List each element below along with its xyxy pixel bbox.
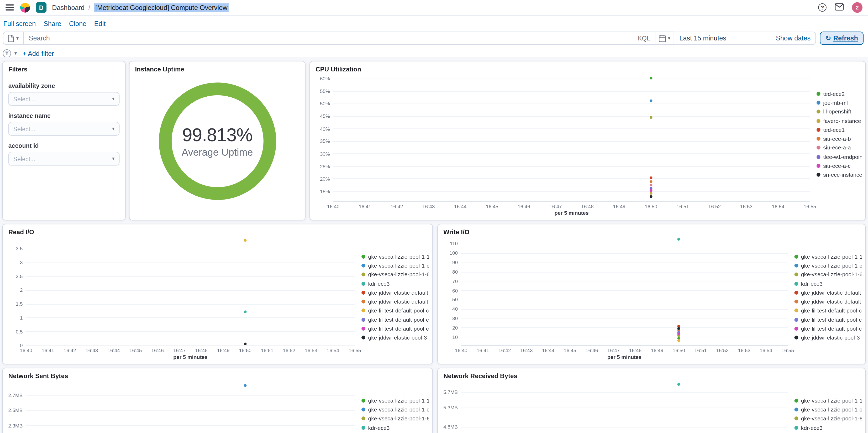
edit-button[interactable]: Edit bbox=[94, 20, 106, 28]
legend-item[interactable]: tlee-w1-endpoint bbox=[816, 152, 862, 161]
legend-item[interactable]: gke-vseca-lizzie-pool-1-1877… bbox=[362, 252, 429, 261]
legend-item[interactable]: gke-lil-test-default-pool-c1e… bbox=[362, 324, 429, 333]
legend-item[interactable]: gke-vseca-lizzie-pool-1-1877… bbox=[795, 252, 862, 261]
x-axis-tick: 16:53 bbox=[305, 348, 317, 353]
legend-item[interactable]: lil-openshift bbox=[816, 107, 862, 116]
y-axis-tick: 30% bbox=[320, 151, 330, 157]
legend-item[interactable]: gke-lil-test-default-pool-c1e… bbox=[795, 306, 862, 315]
full-screen-button[interactable]: Full screen bbox=[3, 20, 36, 28]
time-range-value[interactable]: Last 15 minutes bbox=[679, 34, 726, 42]
refresh-button[interactable]: ↻ Refresh bbox=[820, 31, 864, 45]
chart-plot-area[interactable] bbox=[26, 237, 355, 346]
legend-item[interactable]: sri-ece-instance bbox=[816, 170, 862, 179]
search-input[interactable] bbox=[29, 34, 635, 42]
legend-item[interactable]: gke-jddwr-elastic-pool-3-74… bbox=[362, 333, 429, 342]
legend-item[interactable]: kdr-ece3 bbox=[362, 423, 429, 432]
gridline bbox=[26, 396, 355, 396]
clone-button[interactable]: Clone bbox=[69, 20, 86, 28]
legend-item[interactable]: ted-ece1 bbox=[816, 125, 862, 134]
x-axis-tick: 16:54 bbox=[772, 204, 784, 209]
legend-item[interactable]: kdr-ece3 bbox=[362, 279, 429, 288]
legend-label: gke-jddwr-elastic-default-po… bbox=[368, 298, 429, 305]
saved-query-icon bbox=[8, 35, 14, 42]
account-id-select[interactable]: Select... ▾ bbox=[8, 152, 120, 166]
gridline bbox=[26, 304, 355, 304]
availability-zone-select[interactable]: Select... ▾ bbox=[8, 92, 120, 106]
legend-item[interactable]: gke-vseca-lizzie-pool-1-630… bbox=[362, 414, 429, 423]
add-filter-button[interactable]: + Add filter bbox=[22, 50, 54, 58]
space-avatar[interactable]: D bbox=[36, 2, 46, 12]
data-point bbox=[650, 195, 652, 198]
x-axis-tick: 16:49 bbox=[651, 348, 663, 353]
legend-item[interactable]: ted-ece2 bbox=[816, 89, 862, 98]
y-axis-tick: 40 bbox=[452, 307, 458, 312]
data-point bbox=[677, 333, 680, 335]
x-axis-tick: 16:55 bbox=[781, 348, 794, 353]
legend-item[interactable]: gke-jddwr-elastic-default-po… bbox=[362, 288, 429, 297]
legend-label: siu-ece-a-b bbox=[823, 136, 851, 142]
network-sent-chart: 2.7MB2.5MB2.3MB2.1MB1.9MB1.7MB1.5MB 16:4… bbox=[7, 380, 429, 433]
legend-item[interactable]: gke-lil-test-default-pool-c1e… bbox=[362, 306, 429, 315]
x-axis-tick: 16:54 bbox=[760, 348, 772, 353]
legend-item[interactable]: gke-lil-test-default-pool-c1e… bbox=[795, 315, 862, 324]
x-axis-tick: 16:40 bbox=[20, 348, 32, 353]
chart-plot-area[interactable] bbox=[26, 380, 355, 433]
user-avatar[interactable]: 2 bbox=[852, 2, 863, 12]
x-axis-tick: 16:51 bbox=[261, 348, 274, 353]
legend-item[interactable]: gke-jddwr-elastic-default-po… bbox=[362, 297, 429, 306]
date-quick-select-button[interactable]: ▾ bbox=[656, 31, 675, 45]
legend-item[interactable]: gke-vseca-lizzie-pool-1-c417… bbox=[795, 405, 862, 414]
legend-dot bbox=[795, 291, 799, 295]
legend-item[interactable]: gke-vseca-lizzie-pool-1-c417… bbox=[362, 405, 429, 414]
legend-item[interactable]: gke-jddwr-elastic-pool-3-74… bbox=[795, 333, 862, 342]
legend-label: gke-vseca-lizzie-pool-1-630… bbox=[801, 271, 862, 278]
legend-item[interactable]: gke-vseca-lizzie-pool-1-c417… bbox=[362, 261, 429, 270]
chart-plot-area[interactable] bbox=[461, 380, 788, 433]
legend-item[interactable]: siu-ece-a-a bbox=[816, 143, 862, 152]
gridline bbox=[461, 309, 788, 309]
help-icon[interactable]: ? bbox=[818, 3, 827, 12]
legend-item[interactable]: siu-ece-a-b bbox=[816, 134, 862, 143]
legend-item[interactable]: gke-vseca-lizzie-pool-1-1877… bbox=[795, 396, 862, 405]
x-axis: 16:4016:4116:4216:4316:4416:4516:4616:47… bbox=[461, 346, 788, 354]
x-axis-tick: 16:41 bbox=[477, 348, 489, 353]
legend-item[interactable]: siu-ece-a-c bbox=[816, 162, 862, 170]
legend-item[interactable]: gke-vseca-lizzie-pool-1-630… bbox=[795, 270, 862, 279]
chart-plot-area[interactable] bbox=[333, 74, 810, 202]
legend-label: kdr-ece3 bbox=[801, 425, 823, 431]
breadcrumb-dashboard[interactable]: Dashboard bbox=[52, 4, 85, 11]
query-language-button[interactable]: KQL bbox=[638, 35, 650, 41]
share-button[interactable]: Share bbox=[43, 20, 61, 28]
instance-name-select[interactable]: Select... ▾ bbox=[8, 122, 120, 136]
panel-instance-uptime: Instance Uptime 99.813% Average Uptime bbox=[129, 61, 306, 220]
legend-item[interactable]: gke-jddwr-elastic-default-po… bbox=[795, 288, 862, 297]
x-axis-tick: 16:52 bbox=[708, 204, 721, 209]
data-point bbox=[677, 339, 680, 342]
legend-item[interactable]: gke-lil-test-default-pool-c1e… bbox=[795, 324, 862, 333]
legend-item[interactable]: gke-vseca-lizzie-pool-1-1877… bbox=[362, 396, 429, 405]
gridline bbox=[461, 272, 788, 272]
saved-query-button[interactable]: ▾ bbox=[3, 31, 24, 45]
legend-item[interactable]: favero-instance bbox=[816, 116, 862, 125]
elastic-logo[interactable] bbox=[20, 2, 30, 13]
legend-item[interactable]: kdr-ece3 bbox=[795, 279, 862, 288]
menu-icon[interactable] bbox=[5, 4, 14, 10]
filter-options-icon[interactable] bbox=[3, 49, 11, 58]
legend-item[interactable]: gke-jddwr-elastic-default-po… bbox=[362, 432, 429, 433]
legend-item[interactable]: gke-lil-test-default-pool-c1e… bbox=[362, 315, 429, 324]
legend-dot bbox=[795, 299, 799, 304]
chart-plot-area[interactable] bbox=[461, 237, 788, 346]
legend-item[interactable]: kdr-ece3 bbox=[795, 423, 862, 432]
legend-item[interactable]: gke-jddwr-elastic-default-po… bbox=[795, 432, 862, 433]
legend-item[interactable]: gke-vseca-lizzie-pool-1-630… bbox=[362, 270, 429, 279]
legend-item[interactable]: gke-vseca-lizzie-pool-1-c417… bbox=[795, 261, 862, 270]
legend-dot bbox=[362, 336, 365, 340]
legend-item[interactable]: gke-vseca-lizzie-pool-1-630… bbox=[795, 414, 862, 423]
y-axis-tick: 35% bbox=[320, 139, 330, 144]
newsfeed-icon[interactable] bbox=[835, 2, 844, 12]
show-dates-button[interactable]: Show dates bbox=[776, 34, 810, 42]
legend-item[interactable]: gke-jddwr-elastic-default-po… bbox=[795, 297, 862, 306]
legend-item[interactable]: joe-mb-ml bbox=[816, 98, 862, 107]
legend-label: gke-jddwr-elastic-pool-3-74… bbox=[801, 335, 862, 341]
y-axis-tick: 60 bbox=[452, 288, 458, 293]
